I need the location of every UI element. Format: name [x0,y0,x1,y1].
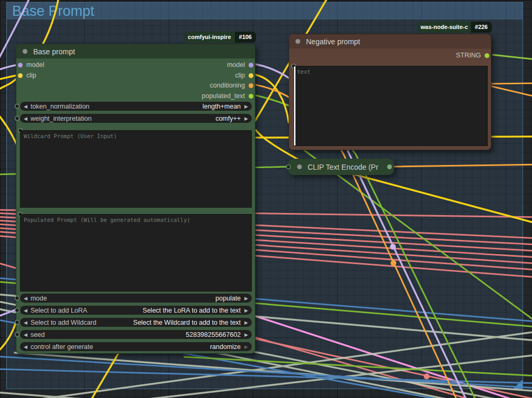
widget-control-after-generate[interactable]: ◀ control after generate randomize ▶ [20,342,252,351]
slot-label: clip [235,72,245,79]
widget-label: token_normalization [31,103,90,110]
slot-dot-conditioning[interactable] [249,83,253,88]
node-title-bar[interactable]: Negative prompt [289,34,491,48]
widget-value: length+mean [202,103,241,110]
node-badge: was-node-suite-c #226 [417,22,492,33]
node-badge: comfyui-inspire #106 [184,32,256,43]
output-slot-model[interactable]: model [227,61,253,69]
input-slot-clip[interactable]: clip [18,72,36,79]
prev-value-icon[interactable]: ◀ [24,296,27,301]
text-cursor [294,66,295,145]
prev-value-icon[interactable]: ◀ [24,116,27,121]
widget-value: Select the LoRA to add to the text [143,307,241,314]
input-slot-model[interactable]: model [18,61,44,69]
node-negative-prompt[interactable]: was-node-suite-c #226 Negative prompt ST… [289,34,491,150]
widget-value: comfy++ [215,115,241,122]
populated-prompt-textarea[interactable]: Populated Prompt (Will be generated auto… [20,214,252,292]
node-title: Negative prompt [306,37,360,46]
group-title: Base Prompt [12,3,94,20]
wildcard-prompt-textarea[interactable]: Wildcard Prompt (User Input) [20,130,252,208]
slot-dot-populated-text[interactable] [249,94,253,99]
widget-input-socket[interactable] [15,104,19,109]
slot-label: populated_text [202,92,245,100]
prev-value-icon[interactable]: ◀ [24,332,27,337]
widget-input-socket[interactable] [15,296,19,300]
widget-input-socket[interactable] [15,116,19,121]
prev-value-icon[interactable]: ◀ [24,104,27,109]
comfyui-canvas[interactable]: { "group": { "title": "Base Prompt" }, "… [0,0,532,398]
output-slot-clip[interactable]: clip [235,72,253,79]
widget-input-socket[interactable] [15,320,19,325]
slot-label: model [26,61,44,69]
widget-input-socket[interactable] [15,308,19,313]
widget-label: mode [31,295,47,302]
badge-pack-name: comfyui-inspire [184,32,235,43]
slot-label: model [227,61,245,69]
output-slot-string[interactable]: STRING [456,52,489,59]
node-base-prompt[interactable]: comfyui-inspire #106 Base prompt model c… [16,44,255,354]
slot-dot-clip[interactable] [18,73,23,78]
widget-token-normalization[interactable]: ◀ token_normalization length+mean ▶ [20,102,252,111]
next-value-icon[interactable]: ▶ [244,308,248,313]
widget-label: Select to add Wildcard [31,319,96,326]
input-slot-socket[interactable] [286,164,291,169]
widget-seed[interactable]: ◀ seed 528398255667602 ▶ [20,330,252,339]
output-slot-conditioning[interactable]: conditioning [210,82,253,89]
output-slot-socket[interactable] [387,164,392,169]
widget-label: control after generate [31,343,93,351]
collapse-dot-icon[interactable] [297,164,302,169]
widget-label: Select to add LoRA [31,307,87,314]
badge-node-id: #106 [235,32,256,43]
slot-dot-string[interactable] [485,53,489,58]
widget-weight-interpretation[interactable]: ◀ weight_interpretation comfy++ ▶ [20,114,252,123]
slot-label: STRING [456,52,481,59]
widget-select-wildcard[interactable]: ◀ Select to add Wildcard Select the Wild… [20,318,252,327]
node-clip-text-encode[interactable]: CLIP Text Encode (Pr [288,159,394,175]
slot-dot-model[interactable] [249,63,253,67]
widget-label: seed [31,331,45,338]
text-textarea[interactable]: text [293,66,488,146]
widget-mode[interactable]: ◀ mode populate ▶ [20,294,252,303]
badge-pack-name: was-node-suite-c [417,22,471,33]
prev-value-icon[interactable]: ◀ [24,320,27,325]
collapse-dot-icon[interactable] [23,49,27,54]
widget-value: randomize [210,343,241,351]
widget-label: weight_interpretation [31,115,92,122]
widget-select-lora[interactable]: ◀ Select to add LoRA Select the LoRA to … [20,306,252,315]
node-title: CLIP Text Encode (Pr [308,163,378,171]
group-resize-handle[interactable] [514,380,523,389]
slot-dot-model[interactable] [18,63,23,67]
widget-value: populate [215,295,241,302]
next-value-icon[interactable]: ▶ [244,104,248,109]
badge-node-id: #226 [471,22,492,33]
next-value-icon[interactable]: ▶ [244,116,248,121]
collapse-dot-icon[interactable] [295,39,300,44]
output-slot-populated-text[interactable]: populated_text [202,92,253,100]
widget-input-socket[interactable] [15,332,19,337]
next-value-icon[interactable]: ▶ [244,344,248,350]
next-value-icon[interactable]: ▶ [244,320,248,325]
node-title: Base prompt [33,47,75,56]
widget-value: Select the Wildcard to add to the text [133,319,241,326]
slot-dot-clip[interactable] [249,73,253,78]
next-value-icon[interactable]: ▶ [244,296,248,301]
widget-value: 528398255667602 [186,331,241,338]
prev-value-icon[interactable]: ◀ [24,308,27,313]
slot-label: clip [26,72,36,79]
node-title-bar[interactable]: Base prompt [16,44,255,59]
prev-value-icon[interactable]: ◀ [24,344,27,350]
next-value-icon[interactable]: ▶ [244,332,248,337]
slot-label: conditioning [210,82,245,89]
